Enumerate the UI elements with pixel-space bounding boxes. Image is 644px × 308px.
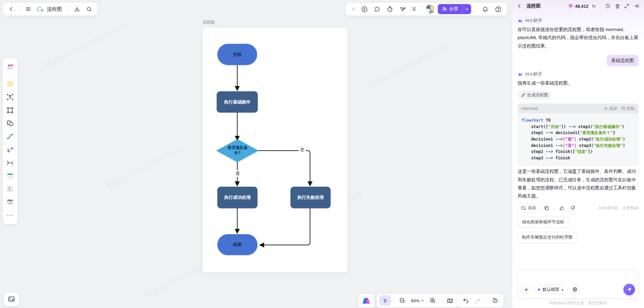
code-block-header: mermaid 添加 复制 bbox=[518, 104, 638, 113]
sync-status[interactable] bbox=[35, 4, 45, 14]
text-tool[interactable] bbox=[5, 92, 16, 102]
divider bbox=[20, 6, 20, 12]
panel-back-button[interactable] bbox=[515, 2, 524, 10]
mindmap-tool[interactable] bbox=[5, 157, 16, 168]
flow-node-step1[interactable]: 执行基础操作 bbox=[217, 91, 258, 113]
top-left-toolbar: 流程图 bbox=[3, 3, 97, 16]
thumbs-up-button[interactable] bbox=[558, 204, 566, 212]
add-to-board-button[interactable]: 添加 bbox=[518, 204, 540, 213]
user-message: 基础流程图 bbox=[607, 55, 639, 66]
laser-pointer-button[interactable] bbox=[397, 4, 408, 14]
pointer-icon bbox=[400, 6, 406, 12]
ai-disclaimer: AI生成内容，注意甄别 bbox=[599, 205, 639, 211]
zoom-out-button[interactable] bbox=[397, 295, 408, 306]
generate-flowchart-label: 生成流程图 bbox=[527, 92, 548, 98]
templates-icon bbox=[6, 63, 14, 71]
redo-button[interactable] bbox=[472, 295, 484, 306]
model-name: 默认模型 bbox=[543, 287, 559, 292]
collapse-toolbar-button[interactable] bbox=[349, 4, 357, 14]
generate-flowchart-chip[interactable]: 生成流程图 bbox=[518, 91, 552, 99]
history-clock-icon bbox=[605, 3, 611, 9]
document-icon bbox=[6, 185, 14, 193]
version-history-button[interactable] bbox=[489, 295, 501, 306]
pencil-icon bbox=[521, 93, 525, 97]
whiteboard-frame[interactable]: 开始 执行基础操作 是否满足条件? 执行成功处理 执行失败处理 结束 是 否 bbox=[203, 28, 347, 272]
connector-tool[interactable] bbox=[5, 131, 16, 142]
search-icon bbox=[86, 6, 92, 12]
send-button[interactable] bbox=[623, 284, 635, 295]
panel-header: 流程图 48,412 bbox=[512, 0, 644, 12]
clear-chat-button[interactable] bbox=[613, 2, 622, 10]
chat-input-box[interactable]: 默认模型 ▲ bbox=[518, 270, 639, 299]
assistant-header: AI小助手 bbox=[518, 18, 639, 24]
comment-bubble-icon bbox=[374, 6, 380, 12]
gem-icon bbox=[568, 4, 573, 8]
pages-panel-button[interactable] bbox=[4, 292, 19, 306]
chevron-left-icon bbox=[517, 4, 522, 8]
board-add-icon bbox=[521, 206, 526, 210]
frame-title[interactable]: 流程图 bbox=[203, 20, 215, 25]
more-tools[interactable] bbox=[5, 210, 16, 221]
close-panel-button[interactable] bbox=[632, 2, 641, 10]
help-button[interactable] bbox=[492, 4, 504, 14]
copy-message-button[interactable] bbox=[543, 204, 551, 212]
chat-history-button[interactable] bbox=[604, 2, 612, 10]
more-tools-button[interactable] bbox=[410, 4, 419, 14]
frame-icon bbox=[6, 106, 14, 114]
share-options-button[interactable] bbox=[462, 4, 471, 14]
chat-input[interactable] bbox=[522, 273, 634, 285]
document-title[interactable]: 流程图 bbox=[45, 6, 65, 12]
flow-node-decision[interactable]: 是否满足条件? bbox=[216, 139, 258, 162]
search-button[interactable] bbox=[83, 4, 95, 14]
zoom-level-dropdown[interactable]: 94% bbox=[409, 298, 426, 303]
flow-node-success[interactable]: 执行成功处理 bbox=[217, 187, 257, 208]
code-add-button[interactable]: 添加 bbox=[604, 106, 617, 112]
flow-node-fail[interactable]: 执行失败处理 bbox=[290, 187, 331, 208]
suggestion-chip[interactable]: 制作车辆预定交付的时序图 bbox=[518, 232, 577, 243]
double-chevron-down-icon bbox=[412, 6, 417, 12]
undo-button[interactable] bbox=[460, 295, 471, 306]
comment-button[interactable] bbox=[371, 4, 383, 14]
pen-tool[interactable] bbox=[5, 144, 16, 155]
document-tool[interactable] bbox=[5, 184, 16, 194]
suggestion-chip[interactable]: 细化商家审核环节流程 bbox=[518, 217, 569, 228]
code-add-label: 添加 bbox=[609, 106, 617, 112]
web-access-button[interactable] bbox=[570, 285, 580, 294]
divider bbox=[601, 3, 601, 9]
table-tool[interactable] bbox=[5, 171, 16, 181]
timer-button[interactable] bbox=[384, 4, 396, 14]
back-button[interactable] bbox=[5, 4, 17, 14]
thumbs-down-button[interactable] bbox=[569, 204, 577, 212]
attach-button[interactable] bbox=[521, 285, 531, 294]
notes-list-tool[interactable] bbox=[5, 197, 16, 208]
present-play-button[interactable] bbox=[359, 4, 370, 14]
user-avatar[interactable] bbox=[426, 4, 435, 14]
buy-credits-button[interactable] bbox=[589, 2, 598, 10]
frame-tool[interactable] bbox=[5, 105, 16, 116]
flow-node-start[interactable]: 开始 bbox=[217, 44, 257, 65]
app-root: 赖如如-SZ1112146C01-lairr 赖如如-SZ1112146C01-… bbox=[0, 0, 644, 308]
expand-panel-button[interactable] bbox=[622, 2, 631, 10]
select-tool-button[interactable] bbox=[379, 295, 391, 306]
shapes-tool[interactable] bbox=[5, 118, 16, 129]
minimap-button[interactable] bbox=[444, 295, 456, 306]
zoom-in-icon bbox=[430, 298, 436, 304]
code-copy-button[interactable]: 复制 bbox=[621, 106, 635, 112]
notifications-button[interactable] bbox=[480, 4, 491, 14]
chat-scroll-area[interactable]: AI小助手 你可以直接描述你想要的流程图，或者给我 mermaid、plantU… bbox=[512, 12, 644, 264]
main-menu-button[interactable] bbox=[23, 4, 34, 14]
flow-node-finish[interactable]: 结束 bbox=[217, 234, 257, 255]
sticky-note-tool[interactable] bbox=[5, 79, 16, 89]
sync-ok-dot bbox=[41, 9, 43, 11]
code-block: mermaid 添加 复制 flowchart TD start(["开始"])… bbox=[518, 103, 639, 165]
plus-icon bbox=[604, 106, 608, 111]
ai-assistant-panel: 流程图 48,412 A bbox=[512, 0, 644, 308]
model-selector[interactable]: 默认模型 ▲ bbox=[533, 285, 568, 294]
credits-balance[interactable]: 48,412 bbox=[568, 4, 588, 9]
watermark: 赖如如-SZ1112146C01-lairr bbox=[43, 21, 128, 70]
boardmix-logo-button[interactable] bbox=[358, 294, 374, 307]
download-button[interactable] bbox=[71, 4, 83, 14]
share-button[interactable]: 分享 bbox=[438, 4, 471, 14]
zoom-in-button[interactable] bbox=[427, 295, 438, 306]
templates-tool[interactable] bbox=[5, 61, 16, 72]
